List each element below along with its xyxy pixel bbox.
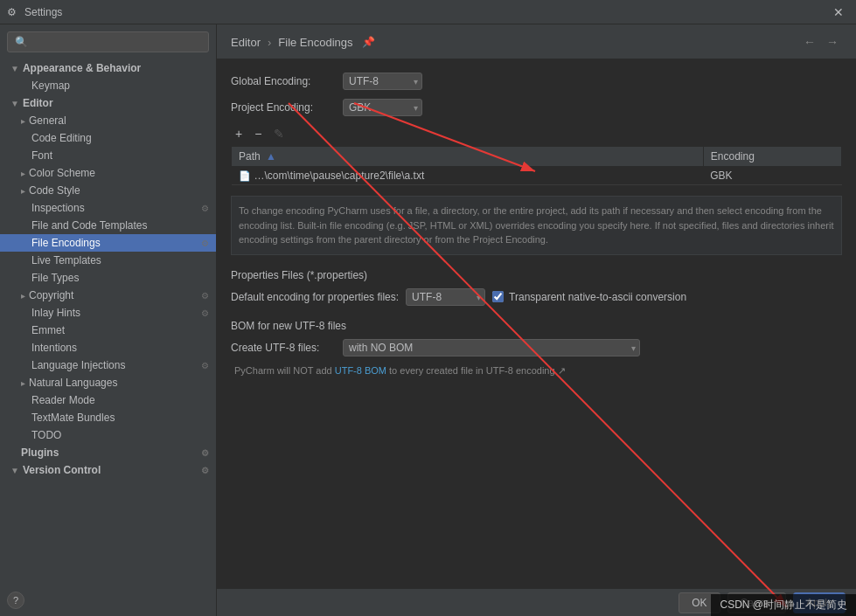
settings-icon-copyright: ⚙ — [201, 291, 209, 301]
global-encoding-select[interactable]: UTF-8 GBK ISO-8859-1 UTF-16 — [343, 73, 422, 90]
settings-icon-inspections: ⚙ — [201, 204, 209, 213]
project-encoding-select[interactable]: GBK UTF-8 ISO-8859-1 — [343, 99, 422, 116]
sidebar-item-code-style[interactable]: ▸Code Style — [0, 182, 216, 199]
properties-encoding-select[interactable]: UTF-8 GBK ISO-8859-1 — [406, 288, 485, 306]
sidebar-label-inlay-hints: Inlay Hints — [31, 307, 80, 319]
sidebar-label-copyright: Copyright — [29, 289, 73, 301]
dialog-body: ▼Appearance & BehaviorKeymap▼Editor▸Gene… — [0, 24, 856, 616]
expand-arrow-general: ▸ — [21, 116, 25, 126]
sidebar-item-plugins[interactable]: Plugins⚙ — [0, 444, 216, 461]
edit-path-button[interactable]: ✎ — [269, 125, 289, 142]
sidebar-label-file-code-templates: File and Code Templates — [31, 219, 148, 232]
sidebar-label-appearance: Appearance & Behavior — [23, 62, 141, 74]
content-body: Global Encoding: UTF-8 GBK ISO-8859-1 UT… — [217, 59, 856, 588]
sidebar-item-version-control[interactable]: ▼Version Control⚙ — [0, 461, 216, 479]
sidebar-label-todo: TODO — [31, 429, 61, 441]
add-path-button[interactable]: + — [231, 125, 247, 142]
table-cell-path: 📄…\com\time\pause\capture2\file\a.txt — [232, 167, 704, 185]
sidebar-item-code-editing[interactable]: Code Editing — [0, 129, 216, 147]
properties-encoding-label: Default encoding for properties files: — [231, 291, 399, 303]
sidebar-item-appearance[interactable]: ▼Appearance & Behavior — [0, 59, 216, 77]
bom-note: PyCharm will NOT add UTF-8 BOM to every … — [231, 365, 842, 377]
sidebar: ▼Appearance & BehaviorKeymap▼Editor▸Gene… — [0, 24, 217, 616]
sidebar-item-file-code-templates[interactable]: File and Code Templates — [0, 217, 216, 234]
expand-arrow-color-scheme: ▸ — [21, 169, 25, 178]
expand-arrow-editor: ▼ — [10, 99, 19, 108]
sidebar-label-language-injections: Language Injections — [31, 359, 125, 371]
sidebar-label-font: Font — [31, 149, 52, 162]
file-table-body: 📄…\com\time\pause\capture2\file\a.txtGBK — [232, 167, 842, 185]
bom-select[interactable]: with NO BOM with BOM with BOM (if text c… — [343, 339, 640, 356]
settings-icon-file-encodings: ⚙ — [201, 239, 209, 248]
sidebar-item-language-injections[interactable]: Language Injections⚙ — [0, 356, 216, 374]
sidebar-label-live-templates: Live Templates — [31, 254, 101, 266]
main-content: Editor › File Encodings 📌 ← → Global Enc… — [217, 24, 856, 616]
sidebar-label-general: General — [29, 114, 66, 127]
sidebar-label-code-style: Code Style — [29, 184, 80, 197]
watermark: CSDN @时间静止不是简史 — [711, 594, 856, 616]
nav-arrows: ← → — [800, 33, 842, 51]
transparent-checkbox-row: Transparent native-to-ascii conversion — [492, 291, 686, 303]
sidebar-item-textmate-bundles[interactable]: TextMate Bundles — [0, 409, 216, 426]
nav-forward-button[interactable]: → — [823, 33, 842, 51]
sidebar-item-inlay-hints[interactable]: Inlay Hints⚙ — [0, 304, 216, 322]
sidebar-item-file-encodings[interactable]: File Encodings⚙ — [0, 234, 216, 252]
search-input[interactable] — [7, 31, 209, 52]
properties-section-title: Properties Files (*.properties) — [231, 269, 842, 281]
sidebar-item-inspections[interactable]: Inspections⚙ — [0, 199, 216, 217]
expand-arrow-code-style: ▸ — [21, 186, 25, 196]
file-icon: 📄 — [239, 170, 251, 181]
sidebar-item-color-scheme[interactable]: ▸Color Scheme — [0, 164, 216, 182]
help-button[interactable]: ? — [7, 592, 24, 609]
sidebar-item-copyright[interactable]: ▸Copyright⚙ — [0, 287, 216, 304]
bom-note-highlight: UTF-8 BOM — [335, 365, 386, 376]
sidebar-item-live-templates[interactable]: Live Templates — [0, 252, 216, 269]
column-header-encoding[interactable]: Encoding — [703, 147, 841, 167]
settings-tree: ▼Appearance & BehaviorKeymap▼Editor▸Gene… — [0, 59, 216, 479]
column-header-path[interactable]: Path ▲ — [232, 147, 704, 167]
sidebar-item-natural-languages[interactable]: ▸Natural Languages — [0, 374, 216, 391]
settings-icon-inlay-hints: ⚙ — [201, 308, 209, 318]
expand-arrow-version-control: ▼ — [10, 466, 19, 475]
expand-arrow-appearance: ▼ — [10, 64, 19, 73]
breadcrumb-current: File Encodings — [278, 36, 352, 49]
transparent-checkbox[interactable] — [492, 291, 504, 302]
sidebar-label-reader-mode: Reader Mode — [31, 394, 95, 406]
sidebar-item-general[interactable]: ▸General — [0, 112, 216, 129]
sidebar-item-editor[interactable]: ▼Editor — [0, 94, 216, 112]
breadcrumb-editor: Editor — [231, 36, 261, 49]
sidebar-item-intentions[interactable]: Intentions — [0, 339, 216, 356]
table-cell-encoding: GBK — [703, 167, 841, 185]
close-button[interactable]: ✕ — [828, 3, 849, 21]
global-encoding-wrapper: UTF-8 GBK ISO-8859-1 UTF-16 — [343, 73, 422, 90]
project-encoding-row: Project Encoding: GBK UTF-8 ISO-8859-1 — [231, 99, 842, 116]
sidebar-item-todo[interactable]: TODO — [0, 426, 216, 444]
sidebar-label-plugins: Plugins — [21, 446, 59, 459]
bom-note-text1: PyCharm will NOT add — [234, 365, 335, 376]
sidebar-item-file-types[interactable]: File Types — [0, 269, 216, 287]
sidebar-label-file-types: File Types — [31, 272, 79, 284]
sidebar-item-emmet[interactable]: Emmet — [0, 322, 216, 339]
remove-path-button[interactable]: − — [250, 125, 266, 142]
settings-icon-language-injections: ⚙ — [201, 361, 209, 370]
properties-encoding-row: Default encoding for properties files: U… — [231, 288, 842, 306]
sidebar-label-code-editing: Code Editing — [31, 132, 92, 144]
table-row[interactable]: 📄…\com\time\pause\capture2\file\a.txtGBK — [232, 167, 842, 185]
sidebar-label-version-control: Version Control — [23, 464, 101, 476]
sidebar-label-natural-languages: Natural Languages — [29, 377, 117, 389]
bom-section: BOM for new UTF-8 files Create UTF-8 fil… — [231, 320, 842, 377]
bom-note-text2: to every created file in UTF-8 encoding … — [386, 365, 566, 376]
sidebar-label-file-encodings: File Encodings — [31, 237, 101, 249]
sidebar-item-keymap[interactable]: Keymap — [0, 77, 216, 94]
settings-dialog: ▼Appearance & BehaviorKeymap▼Editor▸Gene… — [0, 24, 856, 616]
file-encodings-table: Path ▲ Encoding 📄…\com\time\pause\captur… — [231, 146, 842, 185]
settings-icon-version-control: ⚙ — [201, 466, 209, 475]
sidebar-item-reader-mode[interactable]: Reader Mode — [0, 391, 216, 409]
title-bar: ⚙ Settings ✕ — [0, 0, 856, 24]
bom-label: Create UTF-8 files: — [231, 342, 336, 354]
window-title: Settings — [24, 6, 828, 18]
settings-icon-plugins: ⚙ — [201, 448, 209, 458]
sidebar-item-font[interactable]: Font — [0, 147, 216, 164]
properties-encoding-wrapper: UTF-8 GBK ISO-8859-1 — [406, 288, 485, 306]
nav-back-button[interactable]: ← — [800, 33, 819, 51]
